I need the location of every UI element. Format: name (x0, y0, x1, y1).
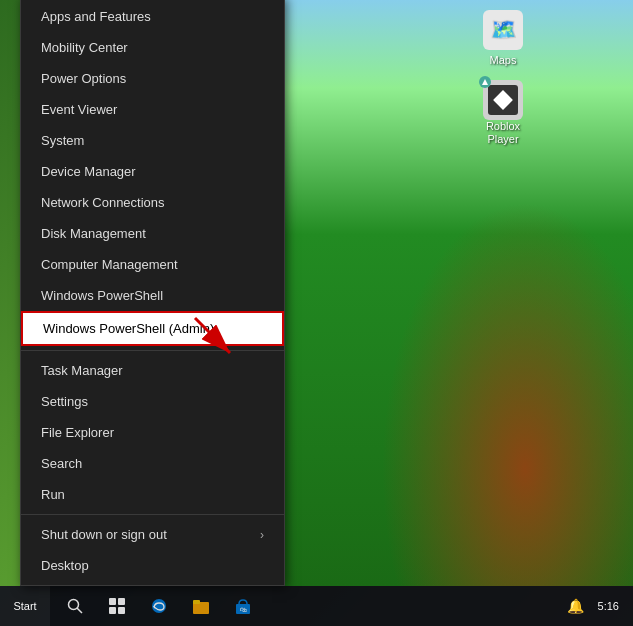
menu-item-windows-powershell[interactable]: Windows PowerShell (21, 280, 284, 311)
menu-item-apps-features[interactable]: Apps and Features (21, 1, 284, 32)
taskbar-icons: 🛍 (50, 586, 563, 626)
menu-item-windows-powershell-admin[interactable]: Windows PowerShell (Admin) (21, 311, 284, 346)
svg-line-3 (77, 608, 82, 613)
desktop-background (273, 0, 633, 586)
menu-divider-1 (21, 350, 284, 351)
shut-down-arrow: › (260, 528, 264, 542)
menu-item-disk-management[interactable]: Disk Management (21, 218, 284, 249)
svg-rect-5 (118, 598, 125, 605)
menu-item-device-manager[interactable]: Device Manager (21, 156, 284, 187)
menu-item-desktop[interactable]: Desktop (21, 550, 284, 581)
menu-item-settings[interactable]: Settings (21, 386, 284, 417)
maps-icon-image: 🗺️ (483, 10, 523, 50)
maps-icon-label: Maps (490, 54, 517, 66)
maps-icon[interactable]: 🗺️ Maps (468, 10, 538, 66)
taskbar-right-area: 🔔 5:16 (563, 594, 633, 618)
notification-icon[interactable]: 🔔 (563, 594, 588, 618)
menu-item-search[interactable]: Search (21, 448, 284, 479)
menu-item-run[interactable]: Run (21, 479, 284, 510)
taskbar-edge-icon[interactable] (139, 586, 179, 626)
svg-text:🛍: 🛍 (240, 606, 247, 613)
menu-item-network-connections[interactable]: Network Connections (21, 187, 284, 218)
context-menu: Apps and Features Mobility Center Power … (20, 0, 285, 586)
menu-item-power-options[interactable]: Power Options (21, 63, 284, 94)
menu-item-system[interactable]: System (21, 125, 284, 156)
menu-item-mobility-center[interactable]: Mobility Center (21, 32, 284, 63)
menu-item-shut-down[interactable]: Shut down or sign out › (21, 519, 284, 550)
menu-item-computer-management[interactable]: Computer Management (21, 249, 284, 280)
roblox-icon[interactable]: RobloxPlayer (468, 80, 538, 146)
roblox-icon-label: RobloxPlayer (486, 120, 520, 146)
taskbar-store-icon[interactable]: 🛍 (223, 586, 263, 626)
svg-rect-10 (193, 600, 200, 604)
taskbar-explorer-icon[interactable] (181, 586, 221, 626)
svg-rect-4 (109, 598, 116, 605)
svg-rect-6 (109, 607, 116, 614)
menu-item-file-explorer[interactable]: File Explorer (21, 417, 284, 448)
roblox-icon-image (483, 80, 523, 120)
start-button[interactable]: Start (0, 586, 50, 626)
taskbar-task-view-icon[interactable] (97, 586, 137, 626)
taskbar: Start (0, 586, 633, 626)
menu-item-task-manager[interactable]: Task Manager (21, 355, 284, 386)
svg-rect-7 (118, 607, 125, 614)
taskbar-clock[interactable]: 5:16 (592, 598, 625, 614)
menu-divider-2 (21, 514, 284, 515)
menu-item-event-viewer[interactable]: Event Viewer (21, 94, 284, 125)
taskbar-search-icon[interactable] (55, 586, 95, 626)
